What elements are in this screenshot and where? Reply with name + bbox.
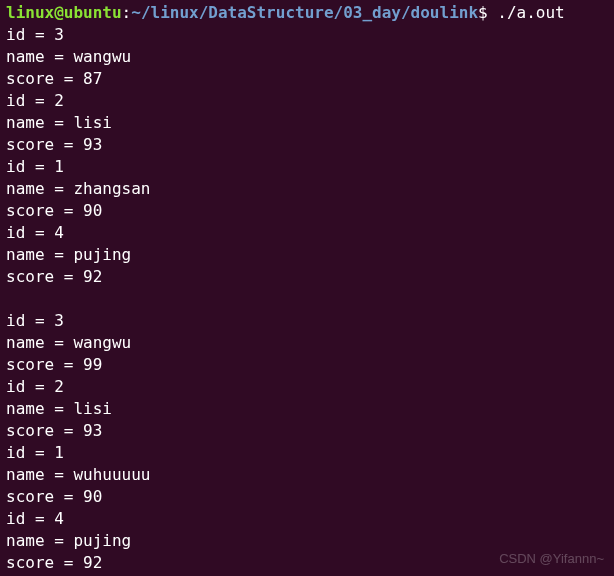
- output-line: name = lisi: [6, 112, 608, 134]
- output-line: score = 87: [6, 68, 608, 90]
- output-line: score = 92: [6, 266, 608, 288]
- prompt-at: @: [54, 3, 64, 22]
- output-line: id = 2: [6, 90, 608, 112]
- output-line: score = 90: [6, 486, 608, 508]
- output-line: name = wuhuuuuu: [6, 464, 608, 486]
- prompt-dollar: $: [478, 3, 488, 22]
- terminal-output: id = 3name = wangwuscore = 87id = 2name …: [6, 24, 608, 574]
- output-line: score = 99: [6, 354, 608, 376]
- output-line: [6, 288, 608, 310]
- output-line: id = 2: [6, 376, 608, 398]
- output-line: id = 1: [6, 442, 608, 464]
- output-line: name = wangwu: [6, 46, 608, 68]
- output-line: id = 3: [6, 310, 608, 332]
- output-line: name = lisi: [6, 398, 608, 420]
- terminal[interactable]: linux@ubuntu:~/linux/DataStructure/03_da…: [0, 0, 614, 576]
- prompt-path: ~/linux/DataStructure/03_day/doulink: [131, 3, 478, 22]
- output-line: id = 1: [6, 156, 608, 178]
- output-line: name = pujing: [6, 244, 608, 266]
- prompt-user: linux: [6, 3, 54, 22]
- prompt-line: linux@ubuntu:~/linux/DataStructure/03_da…: [6, 2, 608, 24]
- output-line: score = 93: [6, 134, 608, 156]
- prompt-command: ./a.out: [497, 3, 564, 22]
- output-line: score = 90: [6, 200, 608, 222]
- output-line: score = 93: [6, 420, 608, 442]
- prompt-colon: :: [122, 3, 132, 22]
- output-line: id = 3: [6, 24, 608, 46]
- prompt-host: ubuntu: [64, 3, 122, 22]
- watermark: CSDN @Yifannn~: [499, 548, 604, 570]
- output-line: name = wangwu: [6, 332, 608, 354]
- output-line: id = 4: [6, 222, 608, 244]
- output-line: name = zhangsan: [6, 178, 608, 200]
- output-line: id = 4: [6, 508, 608, 530]
